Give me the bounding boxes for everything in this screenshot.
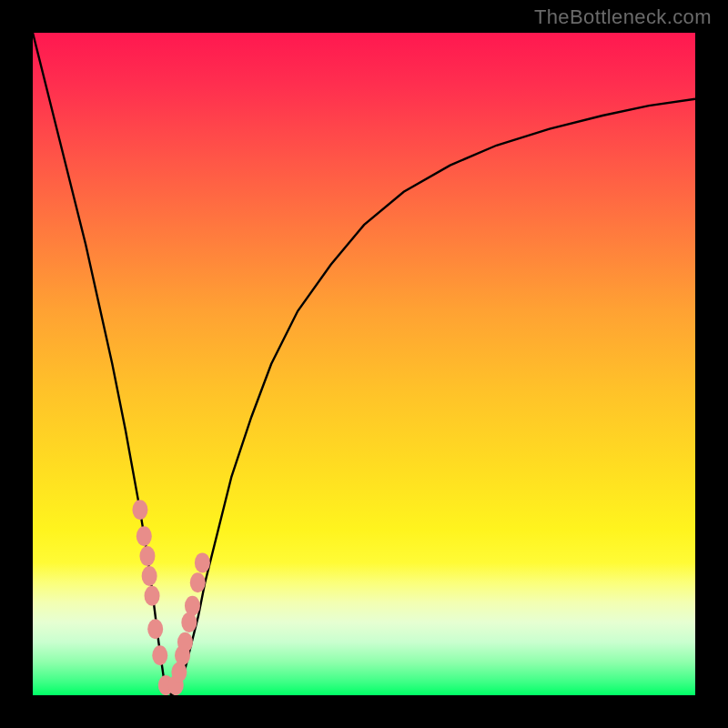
sample-dot [185,596,200,616]
sample-dot [152,645,167,665]
plot-area [33,33,695,695]
outer-frame: TheBottleneck.com [0,0,728,728]
sample-dot [145,586,160,606]
watermark-text: TheBottleneck.com [534,5,712,29]
curve-layer [33,33,695,695]
sample-dot [177,632,193,652]
sample-dot [136,526,152,546]
sample-dot [142,566,157,586]
sample-dot [132,500,147,520]
sample-dot [190,572,206,592]
sample-dot [139,546,155,566]
sample-dots-right [168,552,210,695]
sample-dot [147,619,163,639]
bottleneck-curve [33,33,695,695]
sample-dot [195,552,210,572]
sample-dots-left [132,500,173,695]
